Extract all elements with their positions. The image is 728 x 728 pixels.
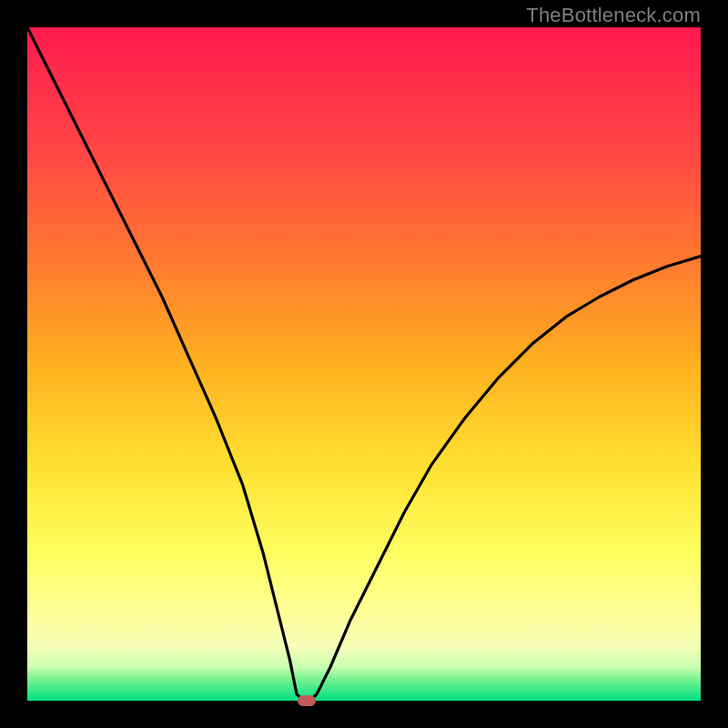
bottleneck-curve [27,27,701,701]
optimal-point-marker [298,695,316,706]
watermark-text: TheBottleneck.com [526,4,701,27]
plot-area [27,27,701,701]
chart-frame: TheBottleneck.com [0,0,728,728]
